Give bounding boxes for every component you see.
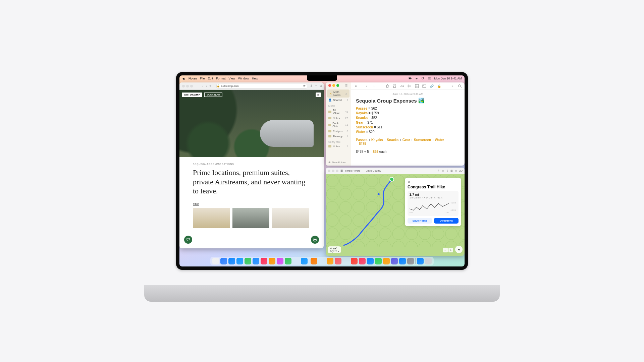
dock-app-icon[interactable] (261, 258, 267, 264)
dock-app-icon[interactable] (391, 258, 398, 264)
listing-thumb[interactable] (193, 208, 230, 228)
traffic-zoom[interactable] (190, 85, 193, 87)
search-icon[interactable] (458, 84, 462, 88)
dock-app-icon[interactable] (277, 258, 283, 264)
site-logo[interactable]: AUTOCAMP (182, 93, 202, 97)
zoom-in-button[interactable]: + (448, 248, 453, 252)
forward-icon[interactable]: › (372, 84, 376, 88)
traffic-close[interactable] (328, 170, 330, 172)
sidebar-item-book-club[interactable]: Book Club11 (326, 121, 351, 129)
checklist-icon[interactable] (408, 84, 412, 88)
dock-app-icon[interactable] (285, 258, 291, 264)
collaborate-icon[interactable]: » (450, 84, 454, 88)
traffic-minimize[interactable] (332, 84, 335, 87)
dock-app-icon[interactable] (399, 258, 406, 264)
filter-link[interactable]: Filter (193, 202, 310, 205)
tabs-icon[interactable]: ⧉ (320, 84, 322, 88)
menu-file[interactable]: File (200, 77, 205, 80)
route-icon[interactable]: ↱ (437, 169, 440, 172)
dock-app-icon[interactable] (351, 258, 358, 264)
text-format-icon[interactable]: Aa (400, 84, 404, 88)
zoom-out-button[interactable]: − (443, 248, 448, 252)
share-icon[interactable]: ⇧ (446, 169, 448, 172)
directions-button[interactable]: Directions (434, 218, 459, 224)
dock-app-icon[interactable] (335, 258, 341, 264)
back-icon[interactable]: ‹ (202, 84, 203, 88)
dock-app-icon[interactable] (383, 258, 390, 264)
traffic-close[interactable] (328, 84, 331, 87)
media-icon[interactable] (422, 84, 426, 88)
sidebar-item-recipes[interactable]: Recipes8 (326, 129, 351, 134)
battery-icon[interactable] (409, 77, 412, 80)
dock-app-icon[interactable] (343, 258, 350, 264)
listing-thumb[interactable] (272, 208, 309, 228)
share-icon[interactable]: ⇧ (209, 84, 212, 88)
menu-view[interactable]: View (229, 77, 235, 80)
new-tab-icon[interactable]: + (315, 84, 317, 88)
dock-app-icon[interactable] (319, 258, 325, 264)
table-icon[interactable] (415, 84, 419, 88)
weather-widget[interactable]: ☀ 79° AQI 29 ● (328, 246, 341, 253)
dock-app-icon[interactable] (327, 258, 333, 264)
dock-app-icon[interactable] (269, 258, 275, 264)
compass-icon[interactable]: N (455, 246, 463, 253)
accessibility-icon[interactable] (311, 236, 319, 244)
traffic-close[interactable] (182, 85, 185, 87)
dock-app-icon[interactable] (212, 258, 219, 264)
dock-app-icon[interactable] (245, 258, 251, 264)
trash-icon[interactable] (385, 84, 389, 88)
menu-edit[interactable]: Edit (208, 77, 213, 80)
dock-app-icon[interactable] (253, 258, 259, 264)
save-route-button[interactable]: Save Route (408, 218, 432, 224)
sidebar-item-shared[interactable]: 👤 Shared 2 (326, 98, 351, 103)
sidebar-item-local-notes[interactable]: Notes9 (326, 144, 351, 149)
dock-app-icon[interactable] (228, 258, 235, 264)
dock-app-icon[interactable] (367, 258, 374, 264)
forward-icon[interactable]: › (206, 84, 207, 88)
location-icon[interactable]: ◎ (455, 169, 457, 172)
url-field[interactable]: 🔒 autocamp.com ⟳ (216, 84, 307, 88)
dock-app-icon[interactable] (293, 258, 300, 264)
close-icon[interactable]: ✕ (408, 180, 459, 184)
download-icon[interactable]: ⬇ (310, 84, 313, 88)
listing-thumb[interactable] (232, 208, 269, 228)
dock-app-icon[interactable] (375, 258, 382, 264)
new-folder-button[interactable]: ⊕New Folder (326, 159, 351, 166)
list-view-icon[interactable]: ≡ (354, 84, 358, 88)
dock-app-icon[interactable] (359, 258, 366, 264)
hamburger-menu-icon[interactable]: ≡ (316, 93, 321, 97)
sidebar-view-icon[interactable]: ☰ (344, 83, 348, 87)
link-icon[interactable]: 🔗 (430, 84, 434, 88)
note-content[interactable]: June 10, 2024 at 9:41 AM Sequoia Group E… (351, 90, 465, 156)
bookmark-icon[interactable]: ☆ (442, 169, 444, 172)
menubar-datetime[interactable]: Mon Jun 10 9:41 AM (434, 77, 462, 80)
dock-app-icon[interactable] (311, 258, 317, 264)
sidebar-toggle-icon[interactable]: ☰ (340, 169, 343, 172)
dock-app-icon[interactable] (236, 258, 243, 264)
sidebar-item-notes[interactable]: Notes23 (326, 116, 351, 121)
sidebar-item-therapy[interactable]: Therapy1 (326, 134, 351, 139)
control-center-icon[interactable] (428, 77, 431, 80)
apple-menu-icon[interactable] (182, 77, 185, 80)
chat-icon[interactable] (184, 236, 192, 244)
menu-help[interactable]: Help (252, 77, 258, 80)
three-d-icon[interactable]: 3D (459, 169, 463, 172)
traffic-zoom[interactable] (336, 84, 339, 87)
reload-icon[interactable]: ⟳ (303, 84, 306, 87)
sidebar-toggle-icon[interactable]: ☰ (197, 84, 200, 88)
back-icon[interactable]: ‹ (365, 84, 369, 88)
traffic-minimize[interactable] (332, 170, 334, 172)
lock-icon[interactable]: 🔒 (437, 84, 441, 88)
menu-format[interactable]: Format (216, 77, 226, 80)
sidebar-item-math-notes[interactable]: ✕ Math Notes 3 (327, 89, 350, 98)
dock-app-icon[interactable] (301, 258, 308, 264)
map-canvas[interactable]: ✕ Congress Trail Hike 2.7 mi 1 hr 23 min… (326, 174, 465, 256)
app-name[interactable]: Notes (189, 77, 197, 80)
menu-window[interactable]: Window (238, 77, 249, 80)
traffic-minimize[interactable] (186, 85, 189, 87)
map-mode-icon[interactable]: ⊞ (450, 169, 453, 172)
dock-app-icon[interactable] (425, 258, 432, 264)
book-now-button[interactable]: BOOK NOW (204, 93, 222, 97)
dock-app-icon[interactable] (220, 258, 227, 264)
wifi-icon[interactable] (415, 77, 418, 80)
